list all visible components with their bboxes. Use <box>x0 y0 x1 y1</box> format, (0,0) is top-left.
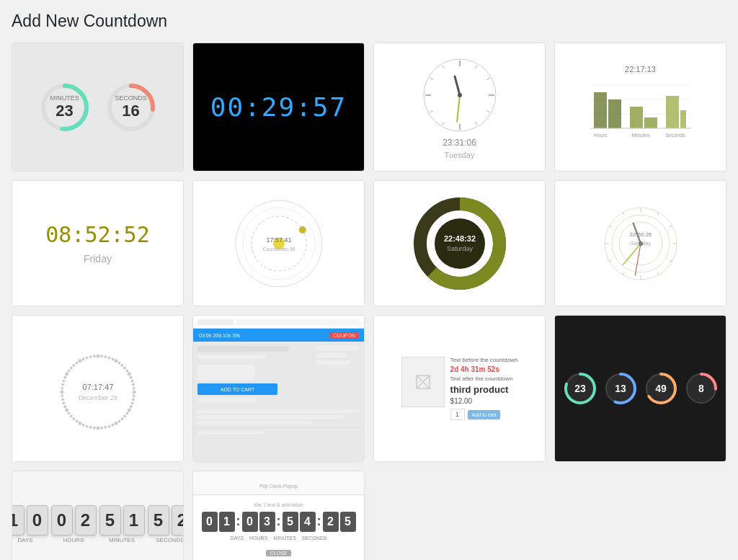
card-clock7[interactable]: 07:17:47 December 28 Clock 7 <box>12 315 184 462</box>
svg-point-89 <box>123 414 127 419</box>
svg-line-53 <box>669 260 671 262</box>
svg-point-118 <box>66 369 71 373</box>
svg-text:22:48:32: 22:48:32 <box>443 234 475 243</box>
svg-point-120 <box>71 363 76 368</box>
svg-line-9 <box>486 110 489 112</box>
clock6-label[interactable]: Clock 6 <box>555 306 726 306</box>
preview-clock2: 22:17:13 Hours Minutes <box>555 43 726 171</box>
svg-point-98 <box>92 427 95 430</box>
svg-text:8: 8 <box>698 383 704 394</box>
woo-label[interactable]: WooCommerce countdown <box>374 461 545 462</box>
card-timer[interactable]: 00:29:57 Timer <box>192 43 365 172</box>
woo-product-name: third product <box>450 384 518 395</box>
preview-flip: 1 0 DAYS 0 2 HOURS 5 1 <box>12 471 183 560</box>
woo-before-text: Text before the countdown <box>450 357 518 363</box>
svg-point-37 <box>298 225 308 235</box>
sticky-label[interactable]: Sticky countdown <box>193 461 364 462</box>
seconds-gauge: SECONDS 16 <box>105 81 157 133</box>
svg-point-75 <box>123 366 127 370</box>
preview-clock3: 08:52:52 Friday <box>12 181 183 306</box>
preview-clock7: 07:17:47 December 28 <box>12 316 183 461</box>
svg-point-121 <box>74 361 79 365</box>
card-sticky[interactable]: 03:0h 20d 10s 39s COUPON ADD TO CART <box>192 315 365 462</box>
svg-point-74 <box>120 363 124 368</box>
svg-text:17:57:41: 17:57:41 <box>266 236 291 244</box>
svg-point-92 <box>113 421 118 426</box>
clock5-svg: 22:48:32 Saturday <box>413 197 507 290</box>
clock5-label[interactable]: Clock 5 <box>374 306 545 306</box>
card-circle-popup[interactable]: 23 13 49 8 Circle Popup <box>554 315 726 462</box>
card-clock3[interactable]: 08:52:52 Friday Clock 3 <box>12 180 184 306</box>
timer-label[interactable]: Timer <box>193 171 364 172</box>
svg-point-87 <box>126 408 131 413</box>
svg-rect-26 <box>630 107 643 128</box>
woo-after-text: Text after the countdown <box>450 375 518 382</box>
svg-point-70 <box>107 356 110 360</box>
woo-add-to-cart-btn[interactable]: Add to cart <box>468 410 501 419</box>
svg-text:Hours: Hours <box>593 133 607 138</box>
clock7-label[interactable]: Clock 7 <box>12 461 183 462</box>
svg-rect-25 <box>608 99 621 128</box>
svg-line-13 <box>430 110 432 112</box>
svg-text:Minutes: Minutes <box>631 133 649 138</box>
clock2-bars: Hours Minutes Seconds <box>583 78 698 150</box>
page-title: Add New Countdown <box>12 12 726 31</box>
svg-point-113 <box>61 387 63 390</box>
card-clock5[interactable]: 22:48:32 Saturday Clock 5 <box>373 180 546 306</box>
countdown-grid: MINUTES 23 SECONDS 16 Circle 00:29:57 <box>12 43 726 560</box>
card-clock1[interactable]: 23:31:06 Tuesday Clock 1 <box>373 43 546 172</box>
woo-countdown: 2d 4h 31m 52s <box>450 365 518 373</box>
circle-label[interactable]: Circle <box>12 171 183 172</box>
card-clock6[interactable]: 22:56:26 Saturday Clock 6 <box>554 180 726 306</box>
flip-digit-6: 1 <box>123 505 145 535</box>
circle-popup-label[interactable]: Circle Popup <box>555 461 726 462</box>
svg-point-97 <box>96 427 99 430</box>
svg-point-69 <box>104 355 107 359</box>
svg-text:December 28: December 28 <box>78 394 117 401</box>
flip-popup-d3: 0 <box>242 512 258 532</box>
clock2-label[interactable]: Clock 2 <box>555 171 726 172</box>
clock1-label[interactable]: Clock 1 <box>374 171 545 172</box>
svg-line-61 <box>623 244 640 265</box>
svg-point-100 <box>85 425 89 428</box>
svg-point-105 <box>69 414 74 419</box>
preview-clock1: 23:31:06 Tuesday <box>374 43 545 171</box>
svg-point-110 <box>61 398 64 401</box>
svg-text:Saturday: Saturday <box>630 241 651 246</box>
clock3-label[interactable]: Clock 3 <box>12 306 183 306</box>
svg-point-114 <box>61 383 64 386</box>
svg-point-108 <box>63 405 66 409</box>
preview-clock6: 22:56:26 Saturday <box>555 181 726 306</box>
svg-point-103 <box>74 419 79 424</box>
svg-point-81 <box>132 387 135 390</box>
preview-circle: MINUTES 23 SECONDS 16 <box>12 43 183 171</box>
flip-digit-3: 0 <box>51 505 73 535</box>
card-flip-popup[interactable]: Flip Clock Popup title 1 text & animatio… <box>192 471 365 560</box>
svg-point-83 <box>132 394 135 397</box>
card-circle[interactable]: MINUTES 23 SECONDS 16 Circle <box>12 43 184 172</box>
minutes-gauge: MINUTES 23 <box>39 81 91 133</box>
card-clock2[interactable]: 22:17:13 Hours Minutes <box>554 43 726 172</box>
svg-point-19 <box>458 93 462 97</box>
svg-point-80 <box>131 383 135 386</box>
svg-line-6 <box>475 65 477 68</box>
clock4-svg: 17:57:41 Countdown 36 <box>228 193 329 294</box>
svg-point-102 <box>77 421 82 426</box>
svg-point-117 <box>64 372 69 377</box>
card-woo[interactable]: Text before the countdown 2d 4h 31m 52s … <box>373 315 546 462</box>
svg-point-91 <box>117 419 121 424</box>
card-flip[interactable]: 1 0 DAYS 0 2 HOURS 5 1 <box>12 471 184 560</box>
svg-point-68 <box>100 355 103 357</box>
clock4-label[interactable]: Clock 4 <box>193 306 364 306</box>
svg-point-101 <box>81 423 85 427</box>
card-clock4[interactable]: 17:57:41 Countdown 36 Clock 4 <box>192 180 365 306</box>
flip-digit-2: 0 <box>27 505 48 535</box>
timer-display: 00:29:57 <box>210 92 347 122</box>
svg-point-124 <box>85 356 89 360</box>
svg-point-90 <box>120 417 124 421</box>
svg-rect-29 <box>680 110 686 128</box>
flip-digit-1: 1 <box>12 505 25 535</box>
svg-point-106 <box>66 412 71 416</box>
preview-circle-popup: 23 13 49 8 <box>555 316 726 461</box>
flip-popup-close-btn[interactable]: CLOSE <box>266 550 292 556</box>
